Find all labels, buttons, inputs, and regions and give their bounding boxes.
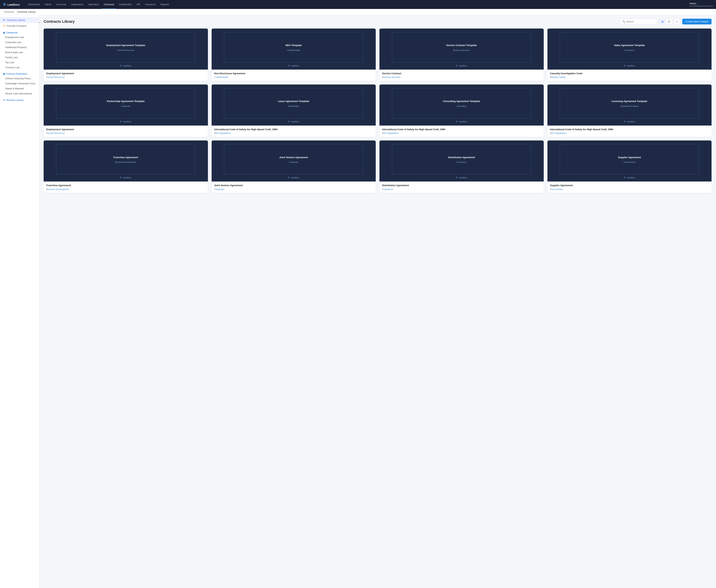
sidebar-category-intellectual-property[interactable]: Intellectual Property	[0, 45, 39, 50]
card-cover-title: Joint Venture Agreement	[279, 155, 308, 159]
card-cover: Licensing Agreement TemplateIntellectual…	[547, 84, 712, 126]
card-category: Human Resources	[46, 132, 205, 134]
categories-icon: ▦	[3, 31, 5, 34]
card-cover: Joint Venture AgreementCorporate⛨ LawDoc…	[212, 141, 376, 182]
sidebar-item-contracts-library[interactable]: ☰ Contracts Library	[0, 17, 39, 23]
contracts-library-icon: ☰	[3, 19, 5, 21]
contract-card[interactable]: Franchise AgreementBusiness Development⛨…	[44, 141, 208, 193]
nav-link-hr[interactable]: HR	[134, 0, 143, 9]
user-menu[interactable]: Admin ⌄ Law Management System	[689, 2, 713, 7]
card-cover-inner: Partnership Agreement TemplateCorporate	[56, 88, 195, 119]
card-lawdocs-logo: ⛨ LawDocs	[120, 120, 131, 123]
search-box[interactable]: 🔍	[620, 19, 657, 24]
card-lawdocs-logo: ⛨ LawDocs	[120, 64, 131, 67]
card-cover-subtitle: Consulting	[457, 105, 467, 107]
card-cover-subtitle: Confidentiality	[287, 49, 300, 51]
card-cover-title: Supplier Agreement	[618, 155, 641, 159]
contract-card[interactable]: Joint Venture AgreementCorporate⛨ LawDoc…	[212, 141, 376, 193]
contract-card[interactable]: Distribution AgreementCommerce⛨ LawDocsD…	[379, 141, 544, 193]
create-contract-button[interactable]: Create New Contract	[682, 19, 712, 24]
nav-link-operation[interactable]: Operation	[86, 0, 101, 9]
card-cover-title: Sales Agreement Template	[614, 43, 645, 47]
versions-label: Versions Library	[6, 99, 24, 102]
grid-view-button[interactable]: ⊞	[659, 19, 666, 24]
nav-link-inspections[interactable]: Inspections	[69, 0, 86, 9]
card-info: Casualty Investigation CodeMaritime Safe…	[547, 69, 712, 81]
card-cover-subtitle: Commerce	[456, 161, 467, 163]
card-lawdocs-logo: ⛨ LawDocs	[288, 120, 300, 123]
card-lawdocs-logo: ⛨ LawDocs	[288, 176, 300, 179]
card-cover: Sales Agreement TemplateCommerce⛨ LawDoc…	[547, 28, 712, 69]
favorites-label: Favorite Contracts	[7, 24, 26, 27]
sidebar-category-contract-law[interactable]: Contract Law	[0, 65, 39, 70]
card-name: International Code of Safety for High-Sp…	[382, 128, 541, 131]
card-cover-inner: Licensing Agreement TemplateIntellectual…	[560, 88, 699, 119]
contract-card[interactable]: Service Contract TemplateBusiness Servic…	[379, 28, 544, 81]
view-toggle: ⊞ ☰	[659, 19, 672, 24]
card-info: Distribution AgreementCommerce	[379, 182, 544, 193]
card-name: Joint Venture Agreement	[214, 184, 373, 187]
sidebar-category-corporate-law[interactable]: Corporate Law	[0, 40, 39, 45]
contract-card[interactable]: Licensing Agreement TemplateIntellectual…	[547, 84, 712, 137]
sidebar-category-family-law[interactable]: Family Law	[0, 55, 39, 60]
contract-card[interactable]: Lease Agreement TemplateReal Estate⛨ Law…	[212, 84, 376, 137]
sidebar-publisher-oxford-university-press[interactable]: Oxford University Press	[0, 76, 39, 81]
card-info: Non-Disclosure AgreementConfidentiality	[212, 69, 376, 81]
card-cover-inner: Distribution AgreementCommerce	[392, 144, 531, 174]
sidebar-publisher-cambridge-university-press[interactable]: Cambridge University Press	[0, 81, 39, 86]
contract-card[interactable]: Consulting Agreement TemplateConsulting⛨…	[379, 84, 544, 137]
card-name: Employment Agreement	[46, 128, 205, 131]
sidebar-item-favorites[interactable]: ★ Favorite Contracts	[0, 23, 39, 29]
card-name: International Code of Safety for High-Sp…	[214, 128, 373, 131]
user-name: Admin	[689, 2, 696, 5]
nav-link-contracts[interactable]: Contracts	[102, 0, 116, 9]
contract-card[interactable]: Employment Agreement TemplateHuman Resou…	[44, 28, 208, 81]
nav-link-insurance[interactable]: Insurance	[143, 0, 158, 9]
contract-card[interactable]: Supplier AgreementProcurement⛨ LawDocsSu…	[547, 141, 712, 193]
publishers-icon: ▦	[3, 72, 5, 75]
card-cover-inner: Consulting Agreement TemplateConsulting	[392, 88, 531, 119]
sidebar-category-tax-law[interactable]: Tax Law	[0, 60, 39, 65]
contract-card[interactable]: Sales Agreement TemplateCommerce⛨ LawDoc…	[547, 28, 712, 81]
card-info: International Code of Safety for High-Sp…	[379, 126, 544, 137]
star-icon: ★	[3, 24, 5, 27]
card-cover-subtitle: Corporate	[121, 105, 130, 107]
versions-section-header[interactable]: ⟳ Versions Library	[0, 96, 39, 102]
logo[interactable]: ⛨ LawDocs	[3, 3, 20, 6]
sidebar-publisher-sweet-&-maxwell[interactable]: Sweet & Maxwell	[0, 86, 39, 91]
contract-card[interactable]: Partnership Agreement TemplateCorporate⛨…	[44, 84, 208, 137]
card-info: Supplier AgreementProcurement	[547, 182, 712, 193]
card-category: Procurement	[550, 188, 709, 191]
contract-card[interactable]: NDA TemplateConfidentiality⛨ LawDocsNon-…	[212, 28, 376, 81]
categories-section-header: ▦ Categories	[0, 29, 39, 35]
logo-shield-icon: ⛨	[3, 3, 6, 6]
sidebar-category-real-estate-law[interactable]: Real Estate Law	[0, 50, 39, 55]
nav-link-dashboard[interactable]: Dashboard	[26, 0, 42, 9]
sidebar-publisher-kluwer-law-international[interactable]: Kluwer Law International	[0, 91, 39, 96]
card-info: International Code of Safety for High-Sp…	[547, 126, 712, 137]
nav-link-certification[interactable]: Certification	[117, 0, 134, 9]
nav-link-accounts[interactable]: Accounts	[54, 0, 68, 9]
list-view-button[interactable]: ☰	[666, 19, 672, 24]
card-cover-inner: Supplier AgreementProcurement	[560, 144, 699, 174]
publishers-list: Oxford University PressCambridge Univers…	[0, 76, 39, 96]
card-category: Corporate	[214, 188, 373, 191]
nav-link-admin[interactable]: Admin	[42, 0, 54, 9]
toggle-icon: ◀	[39, 21, 40, 23]
categories-label: Categories	[6, 31, 18, 34]
card-category: IMO Regulations	[214, 132, 373, 134]
sidebar-category-employment-law[interactable]: Employment Law	[0, 35, 39, 40]
card-name: Employment Agreement	[46, 72, 205, 75]
card-cover-subtitle: Procurement	[624, 161, 635, 163]
nav-link-reports[interactable]: Reports	[158, 0, 171, 9]
card-cover: Service Contract TemplateBusiness Servic…	[379, 28, 544, 69]
search-input[interactable]	[626, 20, 655, 23]
filter-button[interactable]: ▽	[674, 19, 680, 24]
user-subtitle: Law Management System	[689, 5, 713, 7]
card-cover: Franchise AgreementBusiness Development⛨…	[44, 141, 208, 182]
sidebar-toggle[interactable]: ◀	[37, 20, 41, 24]
categories-list: Employment LawCorporate LawIntellectual …	[0, 35, 39, 70]
breadcrumb-parent[interactable]: Contracts	[4, 10, 14, 13]
contracts-grid: Employment Agreement TemplateHuman Resou…	[44, 28, 712, 193]
search-icon: 🔍	[622, 20, 625, 23]
